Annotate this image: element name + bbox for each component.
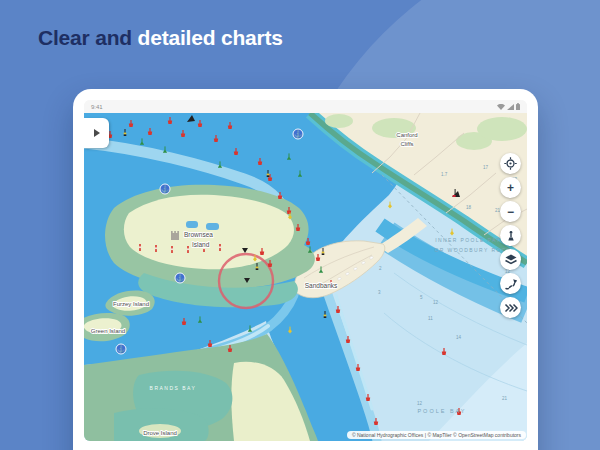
status-bar: 9:41: [84, 100, 527, 113]
label-brownsea-2: Island: [192, 241, 210, 248]
zoom-in-button[interactable]: +: [500, 177, 521, 198]
app-screen: 9:41 ⚓: [84, 100, 527, 441]
svg-text:14: 14: [456, 335, 462, 340]
label-inner-poole-2: OR WOODBURY ROCK: [435, 247, 512, 253]
map-attribution[interactable]: © National Hydrographic Offices | © MapT…: [347, 431, 526, 440]
label-drove-island: Drove Island: [143, 430, 177, 436]
page-title: Clear and detailed charts: [38, 26, 283, 50]
locate-me-button[interactable]: [500, 153, 521, 174]
label-green-island: Green Island: [91, 328, 125, 334]
chart-layers-button[interactable]: [500, 249, 521, 270]
nautical-chart[interactable]: ⚓: [84, 113, 527, 441]
label-poole-bay: POOLE BAY: [417, 408, 466, 414]
layers-icon: [504, 253, 518, 266]
label-canford-1: Canford: [396, 132, 417, 138]
svg-text:17: 17: [483, 165, 489, 170]
buoy-icon: [505, 230, 517, 242]
route-button[interactable]: [500, 273, 521, 294]
cellular-icon: [507, 104, 514, 110]
status-time: 9:41: [91, 104, 103, 110]
route-icon: [504, 277, 518, 291]
svg-text:1.7: 1.7: [441, 172, 448, 177]
wifi-icon: [497, 104, 505, 110]
page-title-dark: Clear and: [38, 26, 132, 49]
zoom-out-button[interactable]: −: [500, 201, 521, 222]
label-furzey: Furzey Island: [113, 301, 149, 307]
label-brands-bay: BRANDS BAY: [150, 385, 197, 391]
chevrons-right-icon: [504, 303, 518, 313]
tablet-mockup: 9:41 ⚓: [73, 89, 538, 450]
hero-background: Clear and detailed charts 9:41: [0, 0, 600, 450]
svg-text:12: 12: [417, 401, 423, 406]
chart-canvas[interactable]: ⚓: [84, 113, 527, 441]
svg-text:11: 11: [428, 316, 433, 321]
sidebar-expand-button[interactable]: [84, 118, 109, 148]
page-title-light: detailed charts: [138, 26, 283, 49]
svg-text:21: 21: [502, 396, 508, 401]
collapse-panel-button[interactable]: [500, 297, 521, 318]
label-sandbanks: Sandbanks: [305, 282, 338, 289]
battery-icon: [516, 103, 520, 110]
expand-arrow-icon: [93, 128, 101, 138]
svg-text:12: 12: [433, 300, 439, 305]
label-brownsea-1: Brownsea: [184, 231, 213, 238]
gps-target-icon: [504, 157, 517, 170]
castle-icon: [171, 231, 179, 240]
svg-text:18: 18: [466, 205, 472, 210]
buoy-marks-button[interactable]: [500, 225, 521, 246]
label-canford-2: Cliffs: [400, 141, 413, 147]
